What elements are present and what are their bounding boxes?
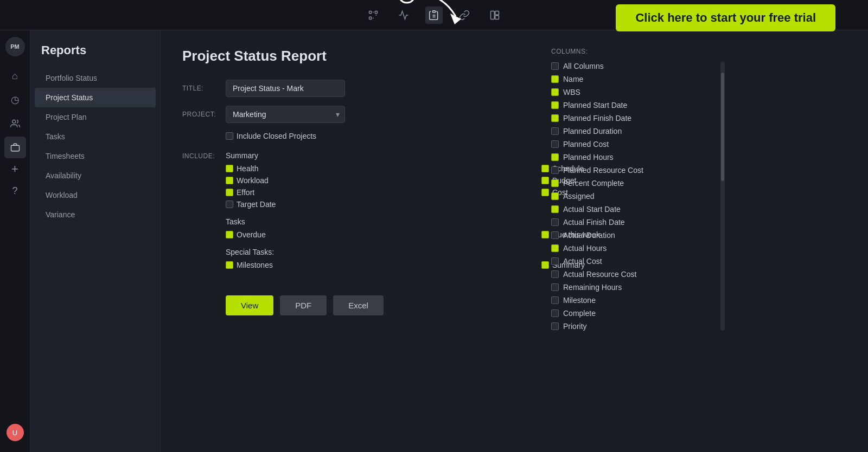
free-trial-button[interactable]: Click here to start your free trial (616, 4, 835, 31)
name-cb (551, 75, 559, 83)
svg-rect-10 (495, 11, 499, 15)
title-label: TITLE: (182, 85, 226, 92)
column-name[interactable]: Name (551, 75, 716, 83)
column-planned-cost[interactable]: Planned Cost (551, 140, 716, 148)
column-planned-start-date[interactable]: Planned Start Date (551, 101, 716, 109)
include-overdue[interactable]: Overdue (226, 230, 531, 239)
include-milestones[interactable]: Milestones (226, 261, 531, 269)
column-milestone[interactable]: Milestone (551, 296, 716, 305)
planned-finish-date-label: Planned Finish Date (563, 114, 631, 122)
actual-resource-cost-label: Actual Resource Cost (563, 270, 636, 279)
overdue-cb (226, 231, 233, 238)
actual-resource-cost-cb (551, 270, 559, 278)
summary-special-cb (541, 261, 549, 269)
sidebar-item-portfolio-status[interactable]: Portfolio Status (35, 68, 156, 88)
column-actual-hours[interactable]: Actual Hours (551, 244, 716, 253)
assigned-label: Assigned (563, 192, 595, 201)
milestone-label: Milestone (563, 296, 596, 305)
briefcase-nav[interactable] (4, 137, 26, 158)
column-actual-duration[interactable]: Actual Duration (551, 231, 716, 240)
svg-rect-2 (369, 17, 372, 19)
include-closed-label: Include Closed Projects (237, 132, 316, 140)
summary-items: Health Schedule Workload Budget (226, 164, 846, 209)
home-nav[interactable]: ⌂ (4, 65, 26, 87)
include-target-date[interactable]: Target Date (226, 200, 531, 209)
bottom-buttons: View PDF Excel (182, 295, 846, 315)
sidebar-item-variance[interactable]: Variance (35, 205, 156, 224)
column-wbs[interactable]: WBS (551, 88, 716, 96)
scan-icon[interactable] (365, 7, 382, 24)
remaining-hours-label: Remaining Hours (563, 283, 622, 292)
project-select[interactable]: Marketing Design Development (226, 106, 345, 123)
include-effort[interactable]: Effort (226, 188, 531, 197)
column-actual-cost[interactable]: Actual Cost (551, 257, 716, 266)
sidebar-item-workload[interactable]: Workload (35, 185, 156, 205)
column-actual-finish-date[interactable]: Actual Finish Date (551, 218, 716, 227)
layout-icon[interactable] (486, 7, 503, 24)
add-nav[interactable]: + (7, 160, 24, 178)
milestones-label: Milestones (237, 261, 273, 269)
main-layout: PM ⌂ ◷ + ? U Reports Portfolio Status Pr… (0, 30, 868, 452)
special-tasks-items: Milestones Summary (226, 261, 846, 269)
column-remaining-hours[interactable]: Remaining Hours (551, 283, 716, 292)
column-planned-resource-cost[interactable]: Planned Resource Cost (551, 166, 716, 175)
svg-rect-6 (433, 10, 436, 12)
history-nav[interactable]: ◷ (4, 89, 26, 111)
svg-rect-1 (375, 11, 377, 13)
clipboard-icon[interactable] (425, 7, 443, 24)
column-priority[interactable]: Priority (551, 322, 716, 331)
svg-point-14 (12, 120, 15, 123)
sidebar-item-project-plan[interactable]: Project Plan (35, 107, 156, 127)
column-all-columns[interactable]: All Columns (551, 62, 716, 70)
sidebar-item-tasks[interactable]: Tasks (35, 127, 156, 146)
project-select-wrapper: Marketing Design Development (226, 106, 345, 123)
columns-panel: COLUMNS: All Columns Name WBS (551, 48, 725, 415)
actual-duration-label: Actual Duration (563, 231, 615, 240)
assigned-cb (551, 192, 559, 200)
columns-scrollbar[interactable] (720, 62, 725, 331)
include-closed-checkbox[interactable]: Include Closed Projects (226, 132, 316, 140)
percent-complete-cb (551, 179, 559, 187)
column-planned-duration[interactable]: Planned Duration (551, 127, 716, 135)
sidebar-item-availability[interactable]: Availability (35, 166, 156, 185)
tasks-title: Tasks (226, 217, 846, 226)
health-cb (226, 165, 233, 172)
priority-cb (551, 322, 559, 330)
target-date-cb (226, 201, 233, 208)
actual-hours-label: Actual Hours (563, 244, 607, 253)
user-avatar[interactable]: U (7, 424, 24, 441)
view-button[interactable]: View (226, 295, 273, 315)
pm-logo[interactable]: PM (5, 37, 25, 56)
column-complete[interactable]: Complete (551, 309, 716, 318)
include-workload[interactable]: Workload (226, 176, 531, 185)
column-planned-finish-date[interactable]: Planned Finish Date (551, 114, 716, 122)
workload-cb (226, 177, 233, 184)
summary-title: Summary (226, 151, 846, 160)
include-health[interactable]: Health (226, 164, 531, 173)
planned-hours-cb (551, 153, 559, 161)
planned-duration-label: Planned Duration (563, 127, 622, 135)
column-actual-start-date[interactable]: Actual Start Date (551, 205, 716, 214)
excel-button[interactable]: Excel (333, 295, 384, 315)
svg-rect-11 (495, 15, 499, 19)
sidebar-item-timesheets[interactable]: Timesheets (35, 146, 156, 166)
pdf-button[interactable]: PDF (280, 295, 327, 315)
help-nav[interactable]: ? (7, 182, 24, 199)
title-input[interactable] (226, 80, 345, 97)
actual-duration-cb (551, 231, 559, 239)
column-assigned[interactable]: Assigned (551, 192, 716, 201)
sidebar-item-project-status[interactable]: Project Status (35, 88, 156, 107)
link-icon[interactable] (456, 7, 473, 24)
planned-duration-cb (551, 127, 559, 135)
actual-finish-date-label: Actual Finish Date (563, 218, 625, 227)
title-row: TITLE: (182, 80, 846, 97)
sidebar-title: Reports (30, 43, 160, 68)
planned-start-date-label: Planned Start Date (563, 101, 627, 109)
actual-start-date-cb (551, 205, 559, 213)
team-nav[interactable] (4, 113, 26, 134)
column-actual-resource-cost[interactable]: Actual Resource Cost (551, 270, 716, 279)
name-label: Name (563, 75, 583, 83)
column-planned-hours[interactable]: Planned Hours (551, 153, 716, 162)
column-percent-complete[interactable]: Percent Complete (551, 179, 716, 188)
chart-icon[interactable] (395, 7, 412, 24)
